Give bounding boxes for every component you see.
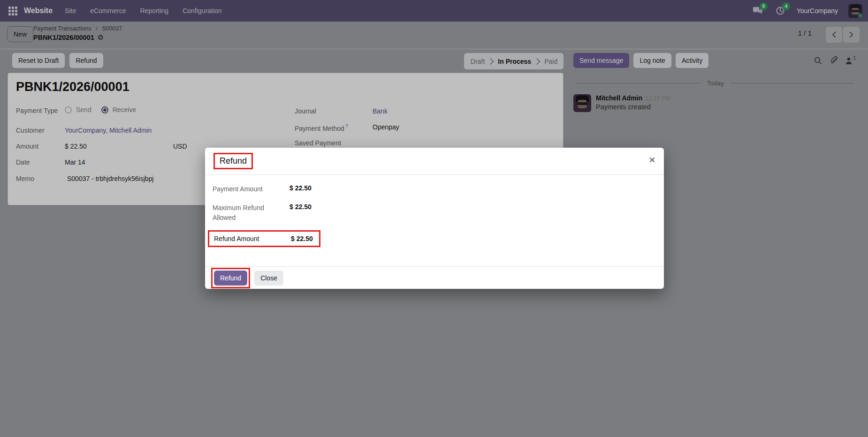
screen: Website Site eCommerce Reporting Configu… <box>0 0 868 437</box>
close-icon[interactable]: × <box>649 154 655 166</box>
maximum-refund-allowed-label: Maximum Refund Allowed <box>213 203 274 222</box>
refund-dialog-header: Refund × <box>205 148 664 175</box>
refund-amount-input[interactable]: $ 22.50 <box>291 235 314 242</box>
payment-amount-row: Payment Amount $ 22.50 <box>213 184 410 194</box>
maximum-refund-allowed-value: $ 22.50 <box>289 203 410 211</box>
refund-dialog: Refund × Payment Amount $ 22.50 Maximum … <box>205 148 664 289</box>
payment-amount-label: Payment Amount <box>213 184 289 194</box>
annotation-box-title: Refund <box>213 153 253 169</box>
payment-amount-value: $ 22.50 <box>289 184 410 192</box>
annotation-box-refund-amount: Refund Amount $ 22.50 <box>208 230 320 247</box>
annotation-box-refund-button: Refund <box>211 268 250 288</box>
refund-amount-label: Refund Amount <box>214 235 291 242</box>
refund-dialog-body: Payment Amount $ 22.50 Maximum Refund Al… <box>205 175 664 266</box>
refund-dialog-footer: Refund Close <box>205 266 664 289</box>
refund-dialog-title: Refund <box>220 156 247 166</box>
close-button[interactable]: Close <box>254 271 283 286</box>
maximum-refund-allowed-row: Maximum Refund Allowed $ 22.50 <box>213 203 410 222</box>
refund-confirm-button[interactable]: Refund <box>214 271 247 286</box>
